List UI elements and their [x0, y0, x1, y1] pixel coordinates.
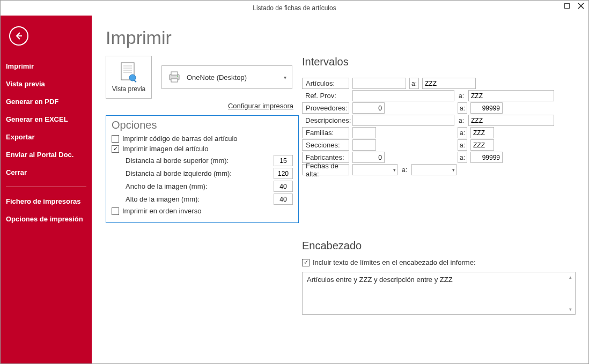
sidebar: Imprimir Vista previa Generar en PDF Gen… — [1, 16, 92, 363]
iv-prov-from[interactable] — [352, 102, 385, 114]
checkbox-incluir-limites[interactable] — [302, 259, 310, 266]
alto-input[interactable] — [274, 194, 293, 205]
iv-fab-from[interactable] — [352, 152, 385, 163]
config-printer-link[interactable]: Configurar impresora — [228, 102, 293, 110]
iv-a-label-6: a: — [458, 139, 467, 151]
checkbox-imagen-label: Imprimir imagen del artículo — [122, 145, 208, 153]
scroll-up-icon[interactable]: ▴ — [566, 273, 574, 281]
document-preview-icon — [119, 62, 138, 83]
iv-refprov-label: Ref. Prov: — [302, 90, 349, 101]
iv-articulos-to[interactable] — [422, 78, 476, 89]
iv-fechas-to[interactable]: ▾ — [411, 164, 457, 175]
iv-fam-from[interactable] — [352, 127, 376, 138]
back-button[interactable] — [9, 26, 28, 46]
iv-a-label-7: a: — [458, 152, 467, 163]
sidebar-item-enviar-portal[interactable]: Enviar al Portal Doc. — [1, 146, 92, 164]
dist-izq-input[interactable] — [274, 168, 293, 179]
iv-a-label-8: a: — [401, 164, 408, 175]
maximize-icon[interactable] — [563, 2, 571, 10]
sidebar-item-vista-previa[interactable]: Vista previa — [1, 75, 92, 93]
iv-sec-label: Secciones: — [302, 139, 349, 151]
iv-fab-to[interactable] — [470, 152, 503, 163]
iv-fam-label: Familias: — [302, 127, 349, 138]
sidebar-item-fichero-impresoras[interactable]: Fichero de impresoras — [1, 192, 92, 210]
sidebar-item-generar-excel[interactable]: Generar en EXCEL — [1, 110, 92, 128]
intervalos-title: Intervalos — [302, 56, 577, 68]
iv-fechas-from[interactable]: ▾ — [352, 164, 397, 175]
chevron-down-icon: ▾ — [393, 167, 396, 173]
checkbox-incluir-limites-label: Incluir texto de límites en el encabezad… — [313, 258, 476, 266]
printer-selector[interactable]: OneNote (Desktop) ▾ — [161, 65, 292, 89]
ancho-label: Ancho de la imagen (mm): — [126, 182, 274, 190]
vista-previa-button[interactable]: Vista previa — [106, 56, 152, 99]
iv-a-label-4: a: — [458, 115, 465, 126]
sidebar-item-opciones-impresion[interactable]: Opciones de impresión — [1, 210, 92, 228]
ancho-input[interactable] — [274, 181, 293, 192]
encabezado-textarea[interactable]: Artículos entre y ZZZ y descripción entr… — [302, 272, 576, 315]
iv-articulos-from[interactable] — [352, 78, 406, 89]
encabezado-title: Encabezado — [302, 240, 577, 252]
opciones-panel: Opciones Imprimir código de barras del a… — [106, 115, 299, 223]
svg-point-14 — [177, 76, 178, 77]
iv-prov-label: Proveedores: — [302, 102, 349, 114]
iv-prov-to[interactable] — [470, 102, 503, 114]
iv-desc-to[interactable] — [468, 115, 554, 126]
chevron-down-icon: ▾ — [284, 75, 286, 80]
opciones-title: Opciones — [112, 119, 293, 131]
checkbox-codigo-barras-label: Imprimir código de barras del artículo — [122, 135, 238, 143]
sidebar-item-exportar[interactable]: Exportar — [1, 128, 92, 146]
page-title: Imprimir — [106, 27, 577, 48]
iv-a-label-3: a: — [458, 102, 467, 114]
svg-rect-12 — [171, 72, 178, 75]
iv-articulos-label: Artículos: — [302, 78, 349, 89]
iv-desc-from[interactable] — [352, 115, 454, 126]
checkbox-orden-inverso-label: Imprimir en orden inverso — [122, 207, 201, 215]
scroll-down-icon[interactable]: ▾ — [566, 306, 574, 313]
sidebar-item-cerrar[interactable]: Cerrar — [1, 164, 92, 181]
iv-desc-label: Descripciones: — [302, 115, 349, 126]
sidebar-item-generar-pdf[interactable]: Generar en PDF — [1, 93, 92, 110]
dist-izq-label: Distancia al borde izquierdo (mm): — [126, 169, 274, 177]
close-icon[interactable] — [577, 2, 585, 10]
dist-sup-input[interactable] — [274, 155, 293, 166]
iv-a-label-5: a: — [458, 127, 467, 138]
checkbox-imagen[interactable] — [112, 145, 119, 153]
iv-fam-to[interactable] — [470, 127, 494, 138]
iv-a-label-2: a: — [458, 90, 465, 101]
iv-refprov-from[interactable] — [352, 90, 454, 101]
vista-previa-label: Vista previa — [112, 85, 145, 93]
iv-sec-from[interactable] — [352, 139, 376, 151]
printer-icon — [167, 71, 181, 83]
svg-rect-0 — [565, 4, 570, 9]
checkbox-orden-inverso[interactable] — [112, 207, 119, 215]
intervalos-panel: Artículos: a: Ref. Prov: a: — [302, 75, 577, 175]
sidebar-item-imprimir[interactable]: Imprimir — [1, 57, 92, 75]
checkbox-codigo-barras[interactable] — [112, 135, 119, 143]
iv-sec-to[interactable] — [470, 139, 494, 151]
iv-a-label: a: — [409, 78, 419, 89]
window-title: Listado de fichas de artículos — [253, 4, 336, 12]
svg-rect-10 — [134, 80, 137, 83]
encabezado-panel: Encabezado Incluir texto de límites en e… — [302, 240, 577, 315]
dist-sup-label: Distancia al borde superior (mm): — [126, 157, 274, 165]
printer-selected-label: OneNote (Desktop) — [187, 73, 247, 81]
encabezado-text: Artículos entre y ZZZ y descripción entr… — [307, 276, 453, 284]
titlebar: Listado de fichas de artículos — [1, 1, 588, 16]
chevron-down-icon: ▾ — [452, 167, 455, 173]
sidebar-divider — [6, 187, 86, 187]
iv-refprov-to[interactable] — [468, 90, 554, 101]
iv-fechas-label: Fechas de alta: — [302, 164, 349, 175]
alto-label: Alto de la imagen (mm): — [126, 195, 274, 203]
svg-rect-13 — [171, 79, 178, 82]
